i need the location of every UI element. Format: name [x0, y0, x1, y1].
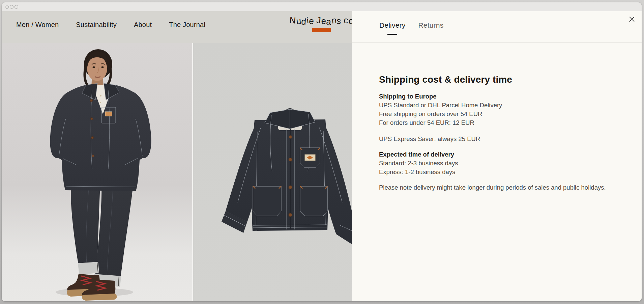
- flatlay-photo-illustration: [193, 43, 352, 301]
- logo-nudie-jeans[interactable]: Nudie Jeans co: [290, 16, 354, 32]
- close-panel-button[interactable]: [627, 15, 636, 24]
- tab-delivery[interactable]: Delivery: [379, 21, 405, 35]
- panel-tabs: Delivery Returns: [379, 21, 443, 35]
- expected-section-title: Expected time of delivery: [379, 150, 621, 159]
- tab-returns[interactable]: Returns: [418, 21, 443, 35]
- nav-item-men-women[interactable]: Men / Women: [16, 21, 59, 29]
- delivery-note: Please note delivery might take longer d…: [379, 183, 621, 192]
- shipping-section-title: Shipping to Europe: [379, 92, 621, 101]
- expected-line: Standard: 2-3 business days: [379, 159, 621, 168]
- shipping-line: For orders under 54 EUR: 12 EUR: [379, 118, 621, 127]
- delivery-panel: Delivery Returns Shipping cost & deliver…: [352, 11, 642, 301]
- browser-window: Men / Women Sustainability About The Jou…: [2, 2, 642, 301]
- window-zoom-button[interactable]: [14, 5, 18, 9]
- window-close-button[interactable]: [5, 5, 9, 9]
- logo-text: Nudie Jeans co: [290, 16, 354, 26]
- product-photo-flatlay[interactable]: [193, 43, 352, 301]
- panel-heading: Shipping cost & delivery time: [379, 74, 621, 86]
- logo-underline: [312, 28, 331, 32]
- close-icon: [629, 16, 635, 22]
- model-photo-illustration: [2, 43, 192, 301]
- active-tab-underline: [387, 34, 397, 35]
- panel-header: Delivery Returns: [352, 11, 642, 43]
- tab-delivery-label: Delivery: [379, 21, 405, 29]
- page: Men / Women Sustainability About The Jou…: [2, 11, 642, 301]
- expected-delivery-section: Expected time of delivery Standard: 2-3 …: [379, 150, 621, 176]
- expected-line: Express: 1-2 business days: [379, 168, 621, 176]
- window-minimize-button[interactable]: [10, 5, 13, 9]
- panel-body: Shipping cost & delivery time Shipping t…: [352, 74, 642, 192]
- product-gallery: [2, 43, 352, 301]
- shipping-section: Shipping to Europe UPS Standard or DHL P…: [379, 92, 621, 127]
- shipping-line: UPS Standard or DHL Parcel Home Delivery: [379, 101, 621, 110]
- nav-item-sustainability[interactable]: Sustainability: [76, 21, 117, 29]
- main-nav: Men / Women Sustainability About The Jou…: [16, 9, 205, 41]
- nav-item-the-journal[interactable]: The Journal: [169, 21, 205, 29]
- nav-item-about[interactable]: About: [134, 21, 152, 29]
- shipping-line: Free shipping on orders over 54 EUR: [379, 110, 621, 118]
- express-line: UPS Express Saver: always 25 EUR: [379, 135, 621, 143]
- tab-returns-label: Returns: [418, 21, 443, 29]
- product-photo-model[interactable]: [2, 43, 192, 301]
